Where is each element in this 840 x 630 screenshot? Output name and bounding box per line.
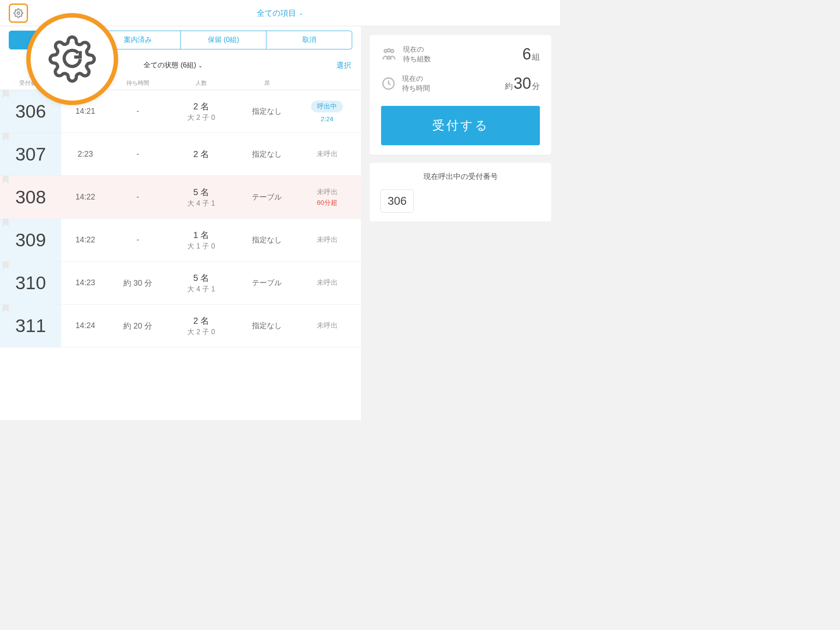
cell-party: 5 名 大 4 子 1 — [166, 272, 236, 294]
cell-wait: 約 30 分 — [109, 278, 166, 288]
cell-party: 2 名 大 2 子 0 — [166, 101, 236, 122]
cell-wait: 約 20 分 — [109, 321, 166, 331]
state-filter-dropdown[interactable]: 全ての状態 (6組) ⌄ — [144, 61, 202, 69]
cell-status: 未呼出 — [298, 235, 357, 245]
cell-wait: - — [109, 150, 166, 159]
status-text: 未呼出 — [317, 188, 338, 197]
cell-wait: - — [109, 107, 166, 116]
cell-seat: 指定なし — [236, 235, 298, 245]
status-text: 未呼出 — [317, 278, 338, 287]
calling-chip-list: 306 — [378, 189, 542, 213]
cell-seat: 指定なし — [236, 321, 298, 331]
status-text: 未呼出 — [317, 150, 338, 159]
stats-card: 現在の 待ち組数 6組 現在の 待ち時間 — [370, 35, 551, 155]
status-badge: 呼出中 — [311, 101, 343, 112]
cell-status: 未呼出 — [298, 150, 357, 159]
header-party: 人数 — [166, 79, 236, 87]
tab-hold-label: 保留 (0組) — [208, 36, 239, 43]
all-items-dropdown[interactable]: 全ての項目 ⌄ — [257, 8, 303, 18]
cell-status: 未呼出 — [298, 321, 357, 330]
cell-seat: テーブル — [236, 278, 298, 288]
tab-hold[interactable]: 保留 (0組) — [181, 31, 266, 49]
people-icon — [381, 46, 397, 62]
wait-groups-label: 現在の 待ち組数 — [403, 45, 431, 64]
cell-wait: - — [109, 235, 166, 245]
cell-time: 14:22 — [61, 235, 109, 245]
ticket-number: 308 — [0, 176, 61, 218]
cell-wait: - — [109, 192, 166, 202]
header-status — [298, 79, 357, 87]
state-filter-label: 全ての状態 (6組) — [144, 61, 196, 69]
cell-status: 未呼出60分超 — [298, 188, 357, 207]
svg-point-1 — [384, 50, 387, 53]
calling-number-chip[interactable]: 306 — [380, 189, 414, 213]
wait-groups-value: 6組 — [522, 45, 540, 63]
cell-seat: 指定なし — [236, 106, 298, 116]
wait-time-value: 約30分 — [505, 74, 540, 93]
status-timer: 2:24 — [321, 115, 333, 122]
cell-time: 14:21 — [61, 107, 109, 116]
cell-time: 2:23 — [61, 150, 109, 159]
tab-cancel[interactable]: 取消 — [266, 31, 352, 49]
cell-party: 1 名 大 1 子 0 — [166, 229, 236, 251]
cell-status: 呼出中 2:24 — [298, 101, 357, 122]
table-row[interactable]: 310 14:23 約 30 分 5 名 大 4 子 1 テーブル 未呼出 — [0, 262, 361, 304]
ticket-number: 311 — [0, 304, 61, 347]
wait-time-label: 現在の 待ち時間 — [402, 74, 430, 94]
cell-status: 未呼出 — [298, 278, 357, 287]
status-overdue: 60分超 — [317, 199, 337, 207]
ticket-number: 310 — [0, 262, 61, 304]
cell-party: 2 名 大 2 子 0 — [166, 315, 236, 337]
table-row[interactable]: 308 14:22 - 5 名 大 4 子 1 テーブル 未呼出60分超 — [0, 176, 361, 219]
select-link[interactable]: 選択 — [336, 60, 351, 70]
cell-time: 14:24 — [61, 321, 109, 330]
table-row[interactable]: 309 14:22 - 1 名 大 1 子 0 指定なし 未呼出 — [0, 219, 361, 262]
tab-guided-label: 案内済み — [124, 36, 152, 43]
register-button[interactable]: 受付する — [381, 106, 540, 145]
chevron-down-icon: ⌄ — [198, 63, 203, 69]
ticket-rows: 306 14:21 - 2 名 大 2 子 0 指定なし 呼出中 2:24 30… — [0, 90, 361, 347]
settings-callout — [26, 13, 118, 105]
calling-card: 現在呼出中の受付番号 306 — [370, 163, 551, 221]
header-seat: 席 — [236, 79, 298, 87]
gear-refresh-icon — [48, 35, 96, 83]
svg-point-3 — [391, 50, 394, 53]
clock-icon — [381, 76, 396, 91]
svg-point-2 — [388, 49, 391, 52]
tab-cancel-label: 取消 — [302, 36, 316, 43]
table-row[interactable]: 307 2:23 - 2 名 指定なし 未呼出 — [0, 133, 361, 176]
cell-time: 14:23 — [61, 278, 109, 287]
status-text: 未呼出 — [317, 235, 338, 245]
header-wait: 待ち時間 — [109, 79, 166, 87]
cell-party: 2 名 — [166, 148, 236, 160]
ticket-number: 307 — [0, 133, 61, 175]
status-text: 未呼出 — [317, 321, 338, 330]
calling-title: 現在呼出中の受付番号 — [378, 172, 542, 182]
right-panel: 現在の 待ち組数 6組 現在の 待ち時間 — [361, 26, 560, 420]
ticket-number: 309 — [0, 219, 61, 261]
table-row[interactable]: 311 14:24 約 20 分 2 名 大 2 子 0 指定なし 未呼出 — [0, 304, 361, 347]
gear-icon — [14, 8, 23, 18]
svg-point-0 — [17, 12, 20, 14]
chevron-down-icon: ⌄ — [299, 10, 303, 16]
cell-seat: 指定なし — [236, 149, 298, 159]
cell-seat: テーブル — [236, 192, 298, 202]
cell-time: 14:22 — [61, 192, 109, 202]
all-items-label: 全ての項目 — [257, 8, 296, 18]
settings-button[interactable] — [9, 4, 28, 23]
cell-party: 5 名 大 4 子 1 — [166, 186, 236, 208]
